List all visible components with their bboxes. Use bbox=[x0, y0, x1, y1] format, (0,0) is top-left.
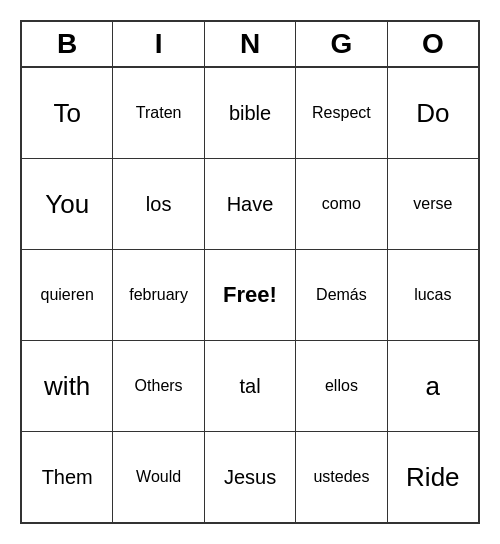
bingo-cell-r4-c0: Them bbox=[22, 432, 113, 522]
bingo-cell-r1-c4: verse bbox=[388, 159, 478, 249]
bingo-cell-r4-c3: ustedes bbox=[296, 432, 387, 522]
bingo-cell-r4-c4: Ride bbox=[388, 432, 478, 522]
bingo-cell-r3-c1: Others bbox=[113, 341, 204, 431]
bingo-row-2: quierenfebruaryFree!Demáslucas bbox=[22, 250, 478, 341]
bingo-cell-r2-c2: Free! bbox=[205, 250, 296, 340]
bingo-cell-r0-c0: To bbox=[22, 68, 113, 158]
bingo-row-0: ToTratenbibleRespectDo bbox=[22, 68, 478, 159]
header-letter-n: N bbox=[205, 22, 296, 66]
bingo-card: BINGO ToTratenbibleRespectDoYoulosHaveco… bbox=[20, 20, 480, 524]
bingo-row-4: ThemWouldJesusustedesRide bbox=[22, 432, 478, 522]
bingo-cell-r3-c2: tal bbox=[205, 341, 296, 431]
bingo-cell-r1-c0: You bbox=[22, 159, 113, 249]
bingo-cell-r0-c4: Do bbox=[388, 68, 478, 158]
bingo-cell-r1-c1: los bbox=[113, 159, 204, 249]
bingo-row-1: YoulosHavecomoverse bbox=[22, 159, 478, 250]
bingo-cell-r2-c0: quieren bbox=[22, 250, 113, 340]
bingo-cell-r3-c3: ellos bbox=[296, 341, 387, 431]
header-letter-g: G bbox=[296, 22, 387, 66]
bingo-cell-r0-c2: bible bbox=[205, 68, 296, 158]
bingo-header: BINGO bbox=[22, 22, 478, 68]
bingo-cell-r1-c3: como bbox=[296, 159, 387, 249]
bingo-cell-r0-c3: Respect bbox=[296, 68, 387, 158]
bingo-cell-r4-c2: Jesus bbox=[205, 432, 296, 522]
bingo-cell-r1-c2: Have bbox=[205, 159, 296, 249]
bingo-cell-r0-c1: Traten bbox=[113, 68, 204, 158]
bingo-cell-r2-c1: february bbox=[113, 250, 204, 340]
bingo-row-3: withOtherstalellosa bbox=[22, 341, 478, 432]
bingo-cell-r2-c4: lucas bbox=[388, 250, 478, 340]
bingo-cell-r3-c4: a bbox=[388, 341, 478, 431]
bingo-body: ToTratenbibleRespectDoYoulosHavecomovers… bbox=[22, 68, 478, 522]
bingo-cell-r3-c0: with bbox=[22, 341, 113, 431]
header-letter-i: I bbox=[113, 22, 204, 66]
bingo-cell-r4-c1: Would bbox=[113, 432, 204, 522]
bingo-cell-r2-c3: Demás bbox=[296, 250, 387, 340]
header-letter-o: O bbox=[388, 22, 478, 66]
header-letter-b: B bbox=[22, 22, 113, 66]
